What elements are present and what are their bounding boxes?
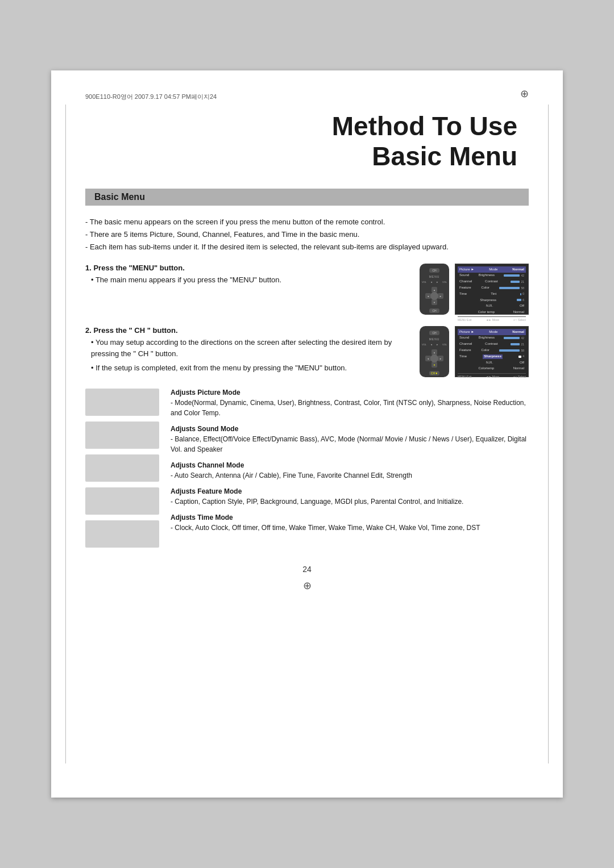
vol-label: VOL◄►VOL [420, 281, 449, 283]
page-number: 24 [85, 565, 529, 574]
contrast-bar-2: 21 [511, 342, 524, 347]
tv-menu-row-channel: ChannelContrast 21 [458, 279, 526, 285]
tv-menu-row-picture: Picture ►ModeNormal [458, 266, 526, 273]
intro-line1: - The basic menu appears on the screen i… [85, 216, 529, 228]
vol-label-2: VOL◄►VOL [420, 343, 449, 346]
crosshair-bottom: ⊕ [85, 579, 529, 592]
sharpness-bar: 6 [517, 298, 524, 303]
dpad-right-2: ► [438, 356, 443, 361]
feature-icon-sound [85, 422, 159, 449]
contrast-bar: 21 [511, 279, 524, 284]
feature-picture: Adjusts Picture Mode - Mode(Normal, Dyna… [171, 389, 529, 418]
feature-channel-title: Adjusts Channel Mode [171, 461, 529, 469]
feature-time: Adjusts Time Mode - Clock, Auto Clock, O… [171, 514, 529, 533]
feature-time-desc: - Clock, Auto Clock, Off timer, Off time… [171, 523, 529, 533]
feature-icon-picture [85, 389, 159, 416]
ch-button-bottom-2: CH▼ [429, 371, 439, 375]
step2-heading: 2. Press the " CH " button. [85, 326, 408, 335]
feature-feature: Adjusts Feature Mode - Caption, Caption … [171, 487, 529, 507]
feature-icon-feature [85, 487, 159, 515]
feature-picture-title: Adjusts Picture Mode [171, 389, 529, 397]
step2-bullet2: • If the setup is completed, exit from t… [91, 362, 408, 374]
main-title-section: Method To Use Basic Menu [85, 111, 529, 172]
tv-menu2-row-colortemp: ColortempNormal [458, 366, 526, 372]
step2-bullet1: • You may setup according to the directi… [91, 337, 408, 359]
feature-time-title: Adjusts Time Mode [171, 514, 529, 521]
dpad-center-2 [430, 354, 438, 362]
tv-menu2-row-nr: N.R.Off [458, 360, 526, 366]
feature-icon-time [85, 520, 159, 548]
section-header-text: Basic Menu [94, 192, 145, 202]
feature-feature-desc: - Caption, Caption Style, PIP, Backgroun… [171, 496, 529, 507]
feature-channel: Adjusts Channel Mode - Auto Search, Ante… [171, 461, 529, 481]
tint-bar: 0 [520, 292, 524, 297]
features-icons-col [85, 389, 159, 548]
dpad-down: ▼ [432, 299, 437, 305]
remote-control-2: CH MENU VOL◄►VOL ▲ ▼ ◄ ► CH▼ [420, 326, 449, 377]
ch-button-top-2: CH [429, 331, 439, 335]
tv-menu2-row-picture: Picture ►ModeNormal [458, 329, 526, 335]
ch-button-bottom: CH [429, 308, 439, 313]
tv-menu-row-nr: N.R.Off [458, 303, 526, 310]
feature-sound: Adjusts Sound Mode - Balance, Effect(Off… [171, 425, 529, 454]
crosshair-top: ⊕ [520, 87, 529, 100]
step1-row: 1. Press the "MENU" button. • The main m… [85, 264, 529, 315]
step2-text: 2. Press the " CH " button. • You may se… [85, 326, 408, 377]
tv-menu-row-colortemp: Color tempNormal [458, 310, 526, 316]
step1-text: 1. Press the "MENU" button. • The main m… [85, 264, 408, 289]
color-bar: 58 [499, 286, 524, 290]
brightness-bar: 42 [504, 273, 524, 278]
dpad-down-2: ▼ [432, 362, 437, 368]
main-title: Method To Use Basic Menu [85, 111, 517, 172]
tv-menu-bottom-2: MENU Exit◄► Move↵↑ Select [458, 373, 526, 378]
dpad-2: ▲ ▼ ◄ ► [425, 349, 443, 368]
right-margin-line [548, 105, 549, 763]
feature-sound-desc: - Balance, Effect(Off/Voice Effect/Dynam… [171, 434, 529, 454]
color-bar-2: 58 [499, 348, 524, 353]
intro-line3: - Each item has sub-items under it. If t… [85, 241, 529, 253]
left-margin-line [65, 105, 66, 763]
tv-menu-2: Picture ►ModeNormal SoundBrightness 42 C… [455, 326, 529, 377]
tv-menu2-row-feature: FeatureColor 58 [458, 347, 526, 353]
dpad-center [430, 292, 438, 300]
feature-sound-title: Adjusts Sound Mode [171, 425, 529, 433]
meta-text: 900E110-R0영어 2007.9.17 04:57 PM페이지24 [85, 93, 217, 101]
feature-channel-desc: - Auto Search, Antenna (Air / Cable), Fi… [171, 470, 529, 481]
intro-line2: - There are 5 items Picture, Sound, Chan… [85, 228, 529, 241]
step1-heading: 1. Press the "MENU" button. [85, 264, 408, 272]
ch-button-top: CH [429, 268, 439, 273]
step2-row: 2. Press the " CH " button. • You may se… [85, 326, 529, 377]
step1-visual: CH MENU VOL◄►VOL ▲ ▼ ◄ ► CH [420, 264, 529, 315]
tv-menu-1: Picture ►ModeNormal SoundBrightness 42 C… [455, 264, 529, 315]
tv-menu-row-feature: FeatureColor 58 [458, 285, 526, 291]
header-meta: 900E110-R0영어 2007.9.17 04:57 PM페이지24 ⊕ [85, 87, 529, 106]
step1-bullet: • The main menu appears if you press the… [91, 274, 408, 286]
feature-feature-title: Adjusts Feature Mode [171, 487, 529, 495]
dpad: ▲ ▼ ◄ ► [425, 287, 443, 305]
features-section: Adjusts Picture Mode - Mode(Normal, Dyna… [85, 389, 529, 548]
tv-menu-row-time: TimeTint 0 [458, 291, 526, 297]
remote-control-1: CH MENU VOL◄►VOL ▲ ▼ ◄ ► CH [420, 264, 449, 315]
dpad-right: ► [438, 293, 443, 299]
tv-menu-bottom-1: MENU Exit◄► Move↵↑ Select [458, 316, 526, 322]
feature-icon-channel [85, 454, 159, 482]
brightness-bar-2: 42 [504, 336, 524, 340]
page: 900E110-R0영어 2007.9.17 04:57 PM페이지24 ⊕ M… [51, 70, 563, 798]
tv-menu-row-sharpness: Sharpness 6 [458, 297, 526, 303]
tv-menu-row-sound: SoundBrightness 42 [458, 273, 526, 279]
tv-menu2-row-time: TimeSharpness 4 [458, 353, 526, 360]
intro-list: - The basic menu appears on the screen i… [85, 216, 529, 253]
feature-picture-desc: - Mode(Normal, Dynamic, Cinema, User), B… [171, 398, 529, 418]
section-header: Basic Menu [85, 189, 529, 206]
step2-visual: CH MENU VOL◄►VOL ▲ ▼ ◄ ► CH▼ [420, 326, 529, 377]
features-text-col: Adjusts Picture Mode - Mode(Normal, Dyna… [171, 389, 529, 548]
sharpness-bar-2: 4 [518, 354, 524, 359]
tv-menu2-row-channel: ChannelContrast 21 [458, 341, 526, 348]
tv-menu2-row-sound: SoundBrightness 42 [458, 335, 526, 341]
